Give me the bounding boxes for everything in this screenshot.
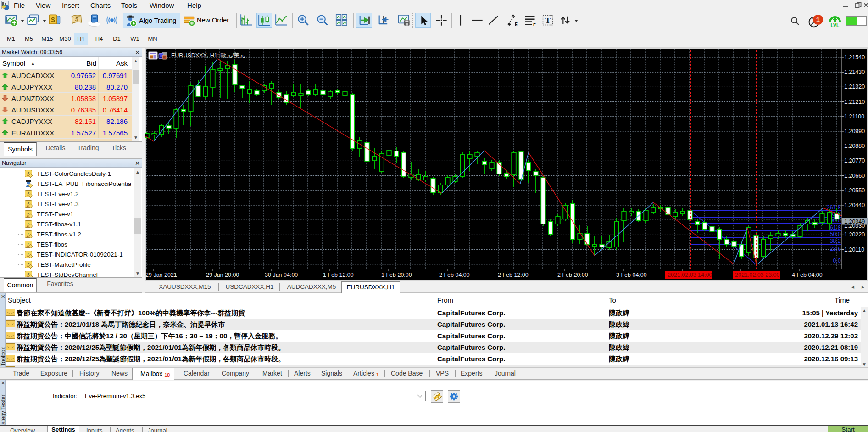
svg-text:1 Feb 12:00: 1 Feb 12:00 (323, 272, 354, 278)
svg-text:3 Feb 04:00: 3 Feb 04:00 (616, 272, 647, 278)
svg-text:F: F (533, 22, 536, 27)
svg-text:$: $ (51, 16, 55, 23)
svg-text:2 Feb 12:00: 2 Feb 12:00 (498, 272, 529, 278)
svg-text:1.21540: 1.21540 (844, 54, 865, 61)
svg-text:38.2: 38.2 (830, 238, 841, 244)
svg-text:2 Feb 04:00: 2 Feb 04:00 (439, 272, 470, 278)
svg-text:1.20550: 1.20550 (844, 187, 865, 194)
svg-text:261.8: 261.8 (827, 204, 841, 211)
svg-text:1.21100: 1.21100 (844, 113, 864, 120)
svg-text:23.6: 23.6 (830, 246, 841, 252)
svg-text:1.20660: 1.20660 (844, 173, 865, 179)
svg-text:T: T (545, 16, 551, 25)
svg-text:EURUSDXXX, H1: 歐元/美元: EURUSDXXX, H1: 歐元/美元 (171, 52, 245, 59)
svg-text:LVL: LVL (830, 22, 840, 28)
svg-text:1.20770: 1.20770 (844, 157, 865, 164)
svg-text:2021.02.03 14:00: 2021.02.03 14:00 (668, 272, 712, 278)
svg-text:1.20220: 1.20220 (844, 231, 865, 238)
svg-text:1.20440: 1.20440 (844, 202, 865, 208)
svg-text:4 Feb 04:00: 4 Feb 04:00 (792, 272, 823, 278)
svg-text:1.20880: 1.20880 (844, 143, 865, 149)
svg-text:1.20110: 1.20110 (844, 247, 864, 253)
svg-text:1.21430: 1.21430 (844, 69, 865, 75)
svg-text:2 Feb 20:00: 2 Feb 20:00 (557, 272, 588, 278)
svg-text:0.0: 0.0 (833, 258, 841, 264)
svg-text:50.0: 50.0 (830, 231, 841, 237)
svg-text:E: E (515, 22, 518, 27)
svg-text:1.21320: 1.21320 (844, 84, 865, 90)
svg-text:1 Feb 20:00: 1 Feb 20:00 (381, 272, 412, 278)
svg-text:29 Jan 20:00: 29 Jan 20:00 (206, 272, 239, 278)
svg-text:2021.02.03 23:00: 2021.02.03 23:00 (735, 272, 779, 278)
svg-text:61.8: 61.8 (830, 224, 841, 231)
svg-text:30 Jan 04:00: 30 Jan 04:00 (265, 272, 298, 278)
svg-text:1.20349: 1.20349 (844, 219, 865, 225)
svg-text:1.20990: 1.20990 (844, 128, 865, 135)
svg-text:1: 1 (816, 16, 820, 23)
svg-text:29 Jan 2021: 29 Jan 2021 (145, 272, 177, 278)
svg-text:1.21210: 1.21210 (844, 99, 865, 105)
